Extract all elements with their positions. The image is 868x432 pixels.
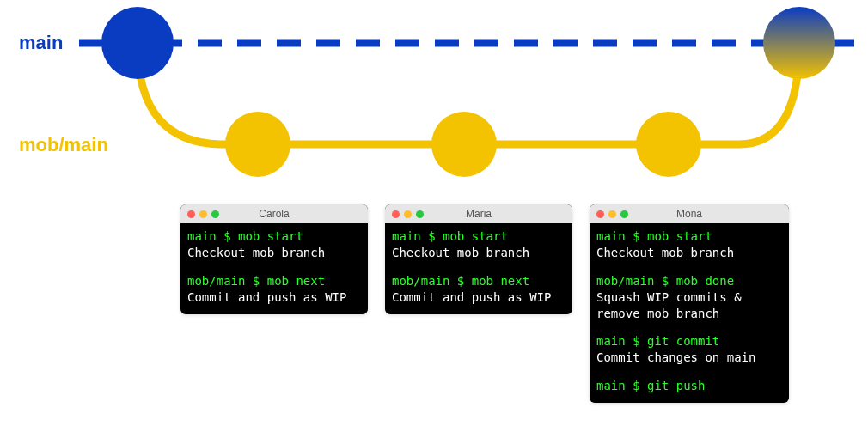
zoom-icon: [211, 210, 219, 218]
command-line: mob/main $ mob done: [596, 273, 782, 289]
minimize-icon: [199, 210, 207, 218]
commit-main-start: [101, 7, 174, 79]
blank-line: [596, 321, 782, 333]
window-controls: [596, 210, 628, 218]
blank-line: [392, 261, 565, 273]
close-icon: [596, 210, 604, 218]
terminals-row: Carola main $ mob start Checkout mob bra…: [180, 204, 789, 403]
command-line: main $ mob start: [392, 228, 565, 245]
command-line: main $ mob start: [187, 228, 361, 245]
minimize-icon: [404, 210, 412, 218]
command-line: mob/main $ mob next: [392, 273, 565, 289]
output-line: Checkout mob branch: [596, 245, 782, 261]
blank-line: [596, 261, 782, 273]
zoom-icon: [416, 210, 424, 218]
output-line: Checkout mob branch: [392, 245, 565, 261]
output-line: Commit changes on main: [596, 350, 782, 366]
git-graph: [0, 0, 868, 189]
terminal-body: main $ mob start Checkout mob branch mob…: [180, 223, 368, 314]
commit-merge: [763, 7, 835, 79]
blank-line: [596, 366, 782, 378]
command-line: main $ git push: [596, 378, 782, 394]
minimize-icon: [608, 210, 616, 218]
terminal-titlebar: Mona: [590, 204, 789, 223]
commit-mob-1: [225, 112, 290, 177]
window-controls: [392, 210, 424, 218]
close-icon: [187, 210, 195, 218]
terminal-maria: Maria main $ mob start Checkout mob bran…: [385, 204, 572, 314]
command-line: mob/main $ mob next: [187, 273, 361, 289]
terminal-body: main $ mob start Checkout mob branch mob…: [385, 223, 572, 314]
output-line: Checkout mob branch: [187, 245, 361, 261]
output-line: Squash WIP commits & remove mob branch: [596, 289, 782, 322]
command-line: main $ git commit: [596, 333, 782, 350]
blank-line: [187, 261, 361, 273]
terminal-body: main $ mob start Checkout mob branch mob…: [590, 223, 789, 403]
window-controls: [187, 210, 219, 218]
terminal-titlebar: Carola: [180, 204, 368, 223]
close-icon: [392, 210, 400, 218]
terminal-carola: Carola main $ mob start Checkout mob bra…: [180, 204, 368, 314]
command-line: main $ mob start: [596, 228, 782, 245]
terminal-titlebar: Maria: [385, 204, 572, 223]
output-line: Commit and push as WIP: [187, 289, 361, 306]
commit-mob-3: [636, 112, 701, 177]
terminal-mona: Mona main $ mob start Checkout mob branc…: [590, 204, 789, 403]
commit-mob-2: [431, 112, 497, 177]
zoom-icon: [620, 210, 628, 218]
output-line: Commit and push as WIP: [392, 289, 565, 306]
